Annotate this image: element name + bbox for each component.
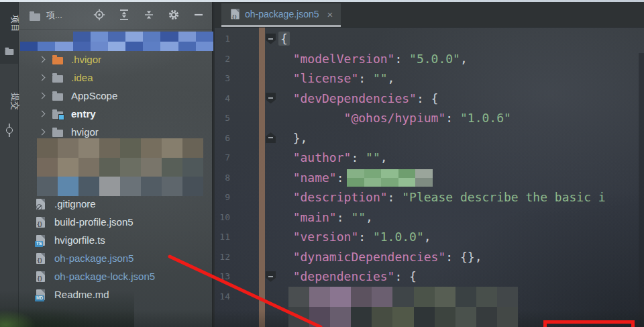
code-lines: 1{2 "modelVersion": "5.0.0",3 "license":… bbox=[215, 28, 644, 306]
code-line-10[interactable]: 10 "main": "", bbox=[215, 207, 644, 228]
editor-scrollbar-track[interactable] bbox=[639, 53, 644, 327]
tree-item-.gitignore[interactable]: .gitignore bbox=[19, 195, 212, 213]
settings-button[interactable] bbox=[167, 9, 180, 22]
fold-region-start-icon[interactable] bbox=[266, 93, 276, 103]
tree-item-hvigorfile.ts[interactable]: TShvigorfile.ts bbox=[19, 231, 212, 249]
chevron-right-icon[interactable] bbox=[38, 56, 45, 63]
fold-column bbox=[230, 247, 278, 267]
stripe-tab-commit[interactable]: 提交 bbox=[0, 80, 18, 145]
code-text: "description": "Please describe the basi… bbox=[278, 190, 606, 204]
chevron-right-icon[interactable] bbox=[38, 111, 45, 118]
line-number: 12 bbox=[215, 252, 230, 262]
hide-panel-button[interactable] bbox=[192, 9, 205, 22]
tree-item-label: AppScope bbox=[71, 90, 117, 101]
code-line-6[interactable]: 6 }, bbox=[215, 128, 644, 148]
tree-item-entry[interactable]: entry bbox=[19, 105, 212, 123]
settings-icon bbox=[168, 9, 180, 23]
code-line-2[interactable]: 2 "modelVersion": "5.0.0", bbox=[215, 49, 644, 69]
line-number: 9 bbox=[215, 192, 230, 202]
code-text: "license": "", bbox=[278, 71, 394, 85]
json5-file-icon bbox=[36, 217, 45, 228]
code-line-7[interactable]: 7 "author": "", bbox=[215, 148, 644, 168]
fold-region-end-icon[interactable] bbox=[266, 132, 276, 143]
fold-column bbox=[230, 168, 278, 188]
line-number: 6 bbox=[215, 133, 230, 143]
code-text: }, bbox=[278, 131, 307, 145]
json5-file-icon bbox=[36, 271, 45, 282]
line-number: 4 bbox=[215, 93, 230, 103]
collapse-all-icon bbox=[143, 9, 155, 23]
code-text: "main": "", bbox=[278, 210, 373, 224]
line-number: 10 bbox=[215, 212, 230, 222]
code-text: "dependencies": { bbox=[278, 269, 417, 283]
tree-item-AppScope[interactable]: AppScope bbox=[19, 87, 212, 105]
commit-icon bbox=[5, 124, 13, 137]
fold-column bbox=[230, 207, 278, 228]
file-type-badge: MD bbox=[35, 295, 44, 301]
line-number: 11 bbox=[215, 232, 230, 242]
fold-column bbox=[230, 68, 278, 89]
fold-column bbox=[230, 287, 278, 307]
line-number: 8 bbox=[215, 173, 230, 183]
tree-item-label: hvigorfile.ts bbox=[54, 234, 105, 246]
stripe-tab-project[interactable]: 项目 bbox=[0, 2, 18, 64]
chevron-right-icon[interactable] bbox=[38, 75, 45, 81]
tree-item-label: .hvigor bbox=[71, 54, 101, 65]
fold-column bbox=[230, 227, 278, 247]
code-line-11[interactable]: 11 "version": "1.0.0", bbox=[215, 227, 644, 247]
tree-item-oh-package.json5[interactable]: oh-package.json5 bbox=[19, 249, 212, 267]
tree-item-.idea[interactable]: .idea bbox=[19, 68, 212, 87]
close-icon[interactable]: × bbox=[327, 9, 333, 20]
line-number: 13 bbox=[215, 271, 230, 281]
project-folder-icon bbox=[5, 49, 13, 55]
tree-item-label: oh-package.json5 bbox=[54, 252, 133, 264]
toolbar-actions bbox=[93, 9, 205, 22]
fold-region-start-icon[interactable] bbox=[266, 271, 276, 282]
editor-area: oh-package.json5 × 1{2 "modelVersion": "… bbox=[215, 2, 644, 327]
code-line-13[interactable]: 13 "dependencies": { bbox=[215, 267, 644, 287]
code-line-1[interactable]: 1{ bbox=[215, 29, 644, 49]
expand-all-button[interactable] bbox=[117, 9, 131, 22]
code-text: "version": "1.0.0", bbox=[278, 230, 431, 244]
fold-column bbox=[230, 187, 278, 207]
tree-item-label: hvigor bbox=[71, 126, 99, 138]
hide-panel-icon bbox=[193, 9, 205, 23]
censored-dependencies bbox=[288, 287, 518, 327]
json5-file-icon bbox=[231, 9, 239, 19]
folder-icon bbox=[52, 75, 63, 83]
tree-item-oh-package-lock.json5[interactable]: oh-package-lock.json5 bbox=[19, 267, 212, 285]
gitignore-file-icon bbox=[36, 199, 45, 209]
tree-item-label: entry bbox=[71, 108, 96, 120]
tree-item-label: .gitignore bbox=[54, 198, 96, 209]
censored-name-value bbox=[347, 169, 433, 187]
select-opened-file-button[interactable] bbox=[93, 9, 106, 22]
project-toolbar: 项... bbox=[19, 2, 212, 30]
code-line-5[interactable]: 5 "@ohos/hypium": "1.0.6" bbox=[215, 108, 644, 128]
censored-tree-items bbox=[37, 138, 203, 196]
fold-region-start-icon[interactable] bbox=[266, 34, 276, 44]
tree-item-build-profile.json5[interactable]: build-profile.json5 bbox=[19, 213, 212, 231]
chevron-right-icon[interactable] bbox=[38, 129, 45, 136]
fold-column bbox=[230, 128, 278, 148]
code-line-3[interactable]: 3 "license": "", bbox=[215, 68, 644, 89]
chevron-right-icon[interactable] bbox=[38, 93, 45, 99]
code-line-4[interactable]: 4 "devDependencies": { bbox=[215, 89, 644, 109]
tree-item-label: .idea bbox=[71, 72, 93, 83]
fold-column bbox=[230, 29, 278, 49]
tree-item-.hvigor[interactable]: .hvigor bbox=[19, 50, 212, 68]
collapse-all-button[interactable] bbox=[142, 9, 156, 22]
code-text: "name": bbox=[278, 171, 351, 185]
censored-project-root bbox=[20, 32, 213, 51]
fold-column bbox=[230, 108, 278, 128]
code-line-12[interactable]: 12 "dynamicDependencies": {}, bbox=[215, 247, 644, 267]
line-number: 3 bbox=[215, 73, 230, 83]
folder-icon bbox=[52, 130, 63, 137]
code-text: "modelVersion": "5.0.0", bbox=[278, 52, 468, 66]
folder-icon bbox=[30, 13, 40, 21]
tab-oh-package-json5[interactable]: oh-package.json5 × bbox=[221, 3, 341, 27]
code-line-9[interactable]: 9 "description": "Please describe the ba… bbox=[215, 187, 644, 207]
project-view-selector[interactable]: 项... bbox=[46, 9, 62, 21]
line-number: 14 bbox=[215, 291, 230, 301]
tree-item-Readme.md[interactable]: MDReadme.md bbox=[19, 285, 212, 303]
fold-column bbox=[230, 148, 278, 168]
